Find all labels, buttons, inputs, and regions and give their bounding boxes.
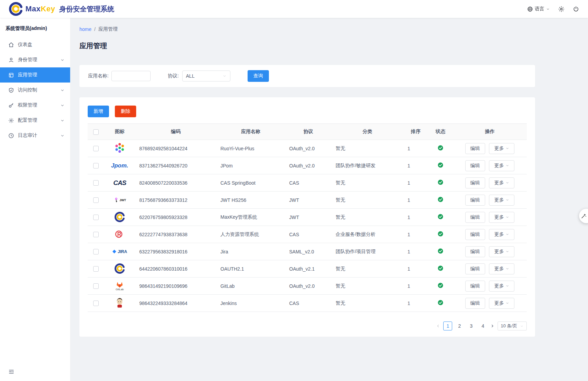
app-code: 837136275440926720 [135, 157, 216, 174]
sidebar-item-permission[interactable]: 权限管理 [0, 98, 70, 113]
edit-button[interactable]: 编辑 [465, 229, 485, 240]
more-button[interactable]: 更多 [489, 298, 514, 309]
add-button[interactable]: 新增 [88, 106, 109, 117]
table-header-row: 图标 编码 应用名称 协议 分类 排序 状态 操作 [88, 124, 527, 140]
app-code: 632279563832918016 [135, 243, 216, 260]
chevron-down-icon [505, 232, 509, 236]
collapse-sidebar-icon[interactable] [8, 369, 14, 376]
more-button[interactable]: 更多 [489, 281, 514, 292]
app-sort: 1 [403, 174, 428, 192]
app-name-input[interactable] [111, 71, 151, 81]
status-active-icon [437, 162, 444, 168]
row-checkbox[interactable] [93, 232, 99, 237]
row-checkbox[interactable] [93, 283, 99, 289]
app-category: 暂无 [331, 277, 403, 295]
edit-button[interactable]: 编辑 [465, 177, 485, 188]
next-page-button[interactable] [490, 324, 495, 328]
protocol-select-value: ALL [186, 73, 195, 79]
table-row: GitLab 986431492190109696 GitLab OAuth_v… [88, 277, 527, 295]
more-button[interactable]: 更多 [489, 263, 514, 274]
chevron-down-icon [60, 103, 65, 108]
sidebar-item-label: 访问控制 [18, 87, 60, 93]
page-size-select[interactable]: 10 条/页 [498, 322, 527, 330]
logout-power-icon[interactable] [573, 6, 579, 12]
protocol-select[interactable]: ALL [182, 70, 230, 81]
chevron-down-icon [505, 181, 509, 185]
app-name: CAS SpringBoot [216, 174, 285, 192]
more-button[interactable]: 更多 [489, 177, 514, 188]
sidebar-item-apps[interactable]: 应用管理 [0, 67, 70, 83]
column-header-action: 操作 [453, 124, 527, 140]
row-checkbox[interactable] [93, 163, 99, 168]
app-sort: 1 [403, 277, 428, 295]
edit-button[interactable]: 编辑 [465, 143, 485, 154]
row-checkbox[interactable] [93, 266, 99, 272]
app-protocol: CAS [285, 174, 331, 192]
filter-bar: 应用名称: 协议: ALL 查询 [79, 65, 535, 87]
applications-table: 图标 编码 应用名称 协议 分类 排序 状态 操作 87689249258104… [88, 123, 527, 312]
protocol-label: 协议: [168, 73, 179, 79]
app-sort: 1 [403, 295, 428, 312]
page-button-4[interactable]: 4 [478, 322, 487, 330]
audit-icon [8, 133, 14, 139]
settings-gear-icon[interactable] [558, 6, 565, 12]
app-sort: 1 [403, 157, 428, 174]
sidebar-item-dashboard[interactable]: 仪表盘 [0, 37, 70, 52]
sidebar-item-label: 身份管理 [18, 57, 60, 63]
more-button[interactable]: 更多 [489, 246, 514, 257]
chevron-down-icon [60, 118, 65, 123]
more-button[interactable]: 更多 [489, 195, 514, 206]
select-all-checkbox[interactable] [93, 129, 99, 135]
edit-button[interactable]: 编辑 [465, 212, 485, 223]
column-header-sort: 排序 [403, 124, 428, 140]
row-checkbox[interactable] [93, 249, 99, 254]
app-category: 团队协作/敏捷研发 [331, 157, 403, 174]
breadcrumb-home-link[interactable]: home [79, 26, 91, 32]
more-button[interactable]: 更多 [489, 212, 514, 223]
page-button-2[interactable]: 2 [455, 322, 464, 330]
chevron-down-icon [60, 58, 65, 62]
app-sort: 1 [403, 209, 428, 226]
language-selector[interactable]: 语言 [527, 6, 550, 12]
app-category: 团队协作/项目管理 [331, 243, 403, 260]
page-button-3[interactable]: 3 [467, 322, 476, 330]
app-code: 986431492190109696 [135, 277, 216, 295]
edit-button[interactable]: 编辑 [465, 298, 485, 309]
app-code: 622227747938373638 [135, 226, 216, 243]
status-active-icon [437, 300, 444, 306]
search-button[interactable]: 查询 [248, 70, 269, 82]
status-active-icon [437, 282, 444, 289]
row-checkbox[interactable] [93, 197, 99, 203]
app-code: 622076759805923328 [135, 209, 216, 226]
more-button[interactable]: 更多 [489, 160, 514, 171]
pagination: 1234 10 条/页 [88, 322, 527, 330]
sidebar-item-audit[interactable]: 日志审计 [0, 128, 70, 143]
sidebar-item-access[interactable]: 访问控制 [0, 83, 70, 98]
column-header-status: 状态 [428, 124, 453, 140]
prev-page-button[interactable] [436, 324, 440, 328]
edit-button[interactable]: 编辑 [465, 160, 485, 171]
hr-logo-icon: R [115, 229, 125, 240]
app-protocol: CAS [285, 226, 331, 243]
chevron-down-icon [546, 7, 550, 11]
edit-button[interactable]: 编辑 [465, 246, 485, 257]
edit-button[interactable]: 编辑 [465, 195, 485, 206]
row-checkbox[interactable] [93, 215, 99, 220]
row-checkbox[interactable] [93, 180, 99, 186]
edit-button[interactable]: 编辑 [465, 263, 485, 274]
more-button[interactable]: 更多 [489, 143, 514, 154]
table-row: 876892492581044224 RuoYi-Vue-Plus OAuth_… [88, 140, 527, 157]
row-checkbox[interactable] [93, 301, 99, 306]
sidebar-item-config[interactable]: 配置管理 [0, 113, 70, 128]
edit-button[interactable]: 编辑 [465, 281, 485, 292]
breadcrumb-current: 应用管理 [98, 26, 118, 32]
chevron-down-icon [60, 88, 65, 92]
page-button-1[interactable]: 1 [443, 322, 452, 330]
column-header-name: 应用名称 [216, 124, 285, 140]
app-name: 人力资源管理系统 [216, 226, 285, 243]
sidebar-item-identity[interactable]: 身份管理 [0, 52, 70, 67]
row-checkbox[interactable] [93, 146, 99, 151]
more-button[interactable]: 更多 [489, 229, 514, 240]
app-name: JWT HS256 [216, 192, 285, 209]
delete-button[interactable]: 删除 [115, 106, 136, 117]
